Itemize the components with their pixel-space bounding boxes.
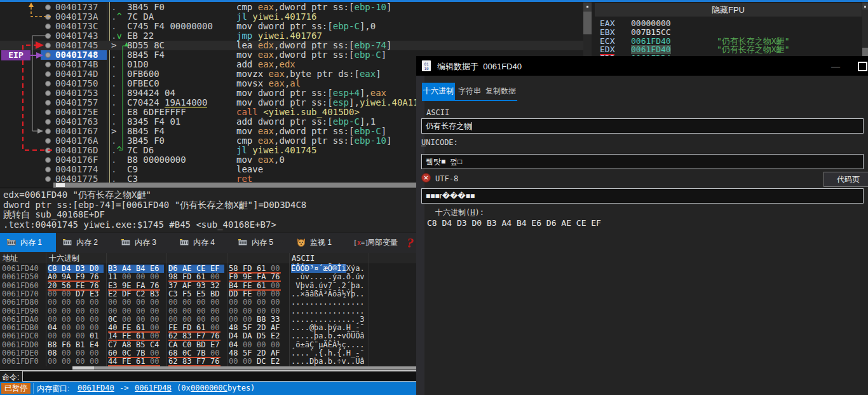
dump-byte[interactable]: 00 xyxy=(229,315,243,324)
dump-byte[interactable]: 00 xyxy=(271,282,285,290)
tab-string[interactable]: 字符串 xyxy=(455,83,484,100)
dump-byte[interactable]: 7B xyxy=(136,349,150,357)
dump-byte[interactable]: 11 xyxy=(108,273,122,281)
dump-byte[interactable]: 00 xyxy=(62,290,76,298)
dump-byte[interactable]: FE xyxy=(243,282,257,290)
dump-byte[interactable]: 00 xyxy=(182,307,196,315)
dump-byte[interactable]: 00 xyxy=(182,315,196,324)
dump-byte[interactable]: 61 xyxy=(257,282,271,290)
dump-byte[interactable]: 00 xyxy=(62,298,76,307)
dump-byte[interactable]: 62 xyxy=(168,332,182,340)
dump-byte[interactable]: B8 xyxy=(48,341,62,349)
dump-byte[interactable]: 76 xyxy=(90,282,104,290)
dump-byte[interactable]: 00 xyxy=(196,298,210,307)
dump-byte[interactable]: 32 xyxy=(210,282,224,290)
dump-byte[interactable]: 00 xyxy=(210,349,224,357)
dump-byte[interactable]: 83 xyxy=(182,357,196,366)
dump-byte[interactable]: 00 xyxy=(243,341,257,349)
dump-byte[interactable]: FD xyxy=(182,324,196,332)
dump-byte[interactable]: 00 xyxy=(76,332,90,340)
dump-byte[interactable]: 0C xyxy=(182,349,196,357)
dump-dword-group[interactable]: 98FD6100 xyxy=(168,273,224,281)
registers-scrollbar[interactable] xyxy=(862,2,868,56)
dump-byte[interactable]: 00 xyxy=(76,298,90,307)
dump-byte[interactable]: 00 xyxy=(48,307,62,315)
dump-dword-group[interactable]: 00000001 xyxy=(48,332,104,340)
dump-dword-group[interactable]: C7A8B5C4 xyxy=(108,341,164,349)
memory-range-start-link[interactable]: 0061FD40 xyxy=(78,384,114,392)
dump-byte[interactable]: 93 xyxy=(196,282,210,290)
disasm-row[interactable]: 0040173C.C745 F4 00000000mov dword ptr s… xyxy=(0,22,583,31)
dump-dword-group[interactable]: 08000000 xyxy=(48,349,104,357)
dump-byte[interactable]: 00 xyxy=(150,332,164,340)
breakpoint-bullet[interactable] xyxy=(45,43,51,48)
breakpoint-bullet[interactable] xyxy=(45,128,51,134)
dump-byte[interactable]: 00 xyxy=(90,307,104,315)
dump-byte[interactable]: 00 xyxy=(243,315,257,324)
dump-byte[interactable]: 00 xyxy=(108,307,122,315)
dump-dword-group[interactable]: 485F2DAF xyxy=(229,349,285,357)
dump-byte[interactable]: FE xyxy=(168,324,182,332)
dump-dword-group[interactable]: 00000000 xyxy=(108,307,164,315)
breakpoint-bullet[interactable] xyxy=(45,81,51,87)
dump-dword-group[interactable]: 00000000 xyxy=(48,307,104,315)
dump-byte[interactable]: 00 xyxy=(196,315,210,324)
dump-dword-group[interactable]: 600C7B00 xyxy=(108,349,164,357)
dump-dword-group[interactable]: 00000000 xyxy=(108,298,164,307)
dump-dword-group[interactable]: 04000000 xyxy=(229,341,285,349)
dump-byte[interactable]: 00 xyxy=(271,341,285,349)
dump-dword-group[interactable]: A09AF976 xyxy=(48,273,104,281)
dump-byte[interactable]: 00 xyxy=(168,307,182,315)
dump-byte[interactable]: C3 xyxy=(168,290,182,298)
dump-byte[interactable]: B4 xyxy=(136,265,150,273)
breakpoint-bullet[interactable] xyxy=(45,71,51,77)
hide-fpu-header[interactable]: 隐藏FPU xyxy=(595,3,862,17)
dump-byte[interactable]: AF xyxy=(271,349,285,357)
dump-byte[interactable]: 01 xyxy=(90,332,104,340)
dump-byte[interactable]: 00 xyxy=(62,357,76,366)
dump-byte[interactable]: 00 xyxy=(76,349,90,357)
dump-dword-group[interactable]: 04000000 xyxy=(48,324,104,332)
dump-dword-group[interactable]: 00000000 xyxy=(168,307,224,315)
dump-dword-group[interactable]: 0000B833 xyxy=(229,315,285,324)
dump-byte[interactable]: C0 xyxy=(182,341,196,349)
dump-byte[interactable]: 00 xyxy=(210,324,224,332)
dump-byte[interactable]: FE xyxy=(122,357,136,366)
dump-byte[interactable]: 76 xyxy=(210,357,224,366)
dump-byte[interactable]: 61 xyxy=(136,357,150,366)
dump-byte[interactable]: 48 xyxy=(229,349,243,357)
dump-byte[interactable]: 62 xyxy=(168,357,182,366)
dump-byte[interactable]: 00 xyxy=(243,307,257,315)
dump-byte[interactable]: C7 xyxy=(108,341,122,349)
dump-byte[interactable]: 00 xyxy=(76,307,90,315)
scrollbar-thumb[interactable] xyxy=(583,11,592,34)
dump-byte[interactable]: C4 xyxy=(150,341,164,349)
dump-byte[interactable]: D4 xyxy=(229,332,243,340)
dump-byte[interactable]: 00 xyxy=(229,357,243,366)
maximize-button[interactable] xyxy=(858,62,867,71)
dump-byte[interactable]: 00 xyxy=(62,332,76,340)
dump-byte[interactable]: 56 xyxy=(62,282,76,290)
scroll-up-button[interactable] xyxy=(583,3,592,11)
dump-byte[interactable]: C8 xyxy=(48,265,62,273)
dump-byte[interactable]: 00 xyxy=(48,357,62,366)
breakpoint-bullet[interactable] xyxy=(45,148,51,153)
tab-memory-3[interactable]: 内存 3 xyxy=(114,233,173,252)
dump-dword-group[interactable]: FEFD6100 xyxy=(168,324,224,332)
dump-byte[interactable]: 04 xyxy=(48,324,62,332)
dump-byte[interactable]: 00 xyxy=(122,273,136,281)
register-value[interactable]: 007B15CC xyxy=(631,28,671,37)
dump-byte[interactable]: 00 xyxy=(271,290,285,298)
dump-dword-group[interactable]: 6283F776 xyxy=(168,357,224,366)
dump-byte[interactable]: FA xyxy=(257,273,271,281)
disasm-row[interactable]: 00401737.3B45 F0cmp eax,dword ptr ss:[eb… xyxy=(0,3,583,12)
dump-byte[interactable]: 00 xyxy=(210,315,224,324)
dump-byte[interactable]: 98 xyxy=(168,273,182,281)
dump-byte[interactable]: DD xyxy=(229,290,243,298)
dump-dword-group[interactable]: E2DFC2B3 xyxy=(108,290,164,298)
dump-dword-group[interactable]: 00000000 xyxy=(48,298,104,307)
breakpoint-bullet[interactable] xyxy=(45,119,51,125)
dump-dword-group[interactable]: E39EFA76 xyxy=(108,282,164,290)
dump-byte[interactable]: 9A xyxy=(62,273,76,281)
dump-byte[interactable]: 00 xyxy=(196,307,210,315)
